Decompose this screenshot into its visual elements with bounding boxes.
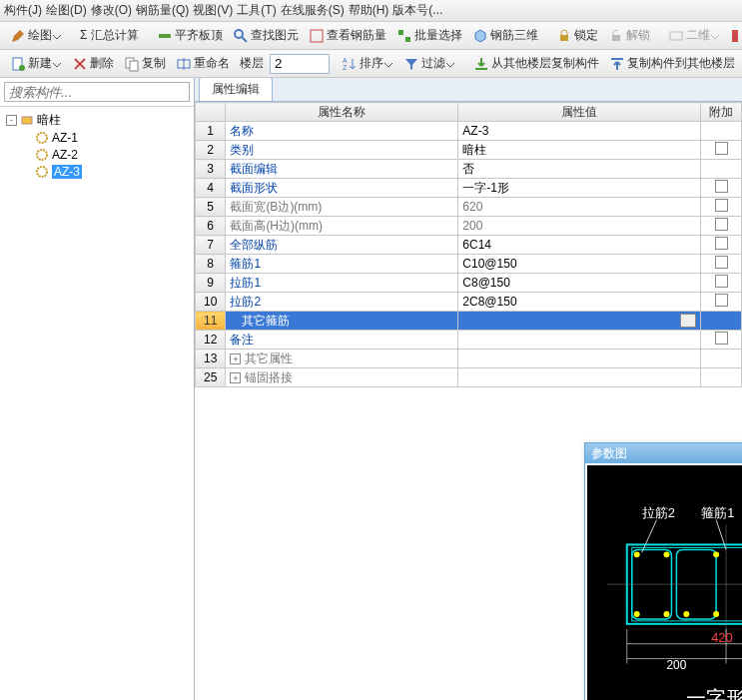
- table-row[interactable]: 11其它箍筋⋯: [196, 312, 742, 331]
- tree-item[interactable]: AZ-2: [6, 146, 188, 163]
- table-row[interactable]: 3截面编辑否: [196, 160, 742, 179]
- prop-value-cell[interactable]: [458, 350, 701, 368]
- lock-button[interactable]: 锁定: [552, 25, 602, 46]
- unlock-icon: [608, 28, 624, 44]
- table-row[interactable]: 25+锚固搭接: [196, 368, 742, 387]
- checkbox[interactable]: [715, 142, 728, 155]
- checkbox[interactable]: [715, 275, 728, 288]
- menu-item[interactable]: 构件(J): [4, 2, 42, 19]
- menu-item[interactable]: 版本号(...: [392, 2, 442, 19]
- collapse-icon[interactable]: -: [6, 115, 17, 126]
- menu-item[interactable]: 视图(V): [193, 2, 233, 19]
- view-rebar-button[interactable]: 查看钢筋量: [305, 25, 390, 46]
- prop-value-cell[interactable]: 暗柱: [458, 141, 701, 160]
- prop-value-cell[interactable]: C8@150: [458, 274, 701, 293]
- table-row[interactable]: 1名称AZ-3: [196, 122, 742, 141]
- copy-button[interactable]: 复制: [120, 53, 170, 74]
- view-2d-button[interactable]: 二维: [664, 25, 724, 46]
- table-row[interactable]: 4截面形状一字-1形: [196, 179, 742, 198]
- prop-value-cell[interactable]: 620: [458, 198, 701, 217]
- checkbox[interactable]: [715, 218, 728, 231]
- search-bar: [0, 78, 194, 107]
- floor-input[interactable]: [270, 54, 330, 74]
- prop-value-cell[interactable]: 2C8@150: [458, 293, 701, 312]
- tree-item-selected[interactable]: AZ-3: [6, 163, 188, 180]
- prop-name: 全部纵筋: [230, 238, 278, 252]
- extra-cell[interactable]: [701, 350, 742, 368]
- expand-icon[interactable]: +: [230, 353, 241, 364]
- tree-root[interactable]: - 暗柱: [6, 111, 188, 129]
- extra-cell[interactable]: [701, 274, 742, 293]
- copy-to-floor-button[interactable]: 复制构件到其他楼层: [605, 53, 739, 74]
- extra-cell[interactable]: [701, 255, 742, 274]
- extra-cell[interactable]: [701, 217, 742, 236]
- diagram-window[interactable]: 参数图: [584, 442, 742, 700]
- sort-button[interactable]: AZ 排序: [338, 53, 397, 74]
- diagram-title[interactable]: 参数图: [585, 443, 742, 463]
- checkbox[interactable]: [715, 237, 728, 250]
- extra-cell[interactable]: [701, 179, 742, 198]
- prop-value-cell[interactable]: 否: [458, 160, 701, 179]
- find-elem-button[interactable]: 查找图元: [229, 25, 303, 46]
- extra-cell[interactable]: [701, 293, 742, 312]
- extra-cell[interactable]: [701, 198, 742, 217]
- table-row[interactable]: 2类别暗柱: [196, 141, 742, 160]
- extra-cell[interactable]: [701, 160, 742, 179]
- batch-select-button[interactable]: 批量选择: [392, 25, 466, 46]
- checkbox[interactable]: [715, 294, 728, 307]
- new-button[interactable]: 新建: [6, 53, 66, 74]
- more-button[interactable]: ⋯: [680, 314, 696, 328]
- extra-cell[interactable]: [701, 312, 742, 331]
- rebar-3d-button[interactable]: 钢筋三维: [468, 25, 542, 46]
- prop-value-cell[interactable]: ⋯: [458, 312, 701, 331]
- draw-button[interactable]: 绘图: [6, 25, 66, 46]
- prop-value-cell[interactable]: AZ-3: [458, 122, 701, 141]
- table-row[interactable]: 5截面宽(B边)(mm)620: [196, 198, 742, 217]
- chevron-down-icon: [52, 31, 62, 41]
- menu-item[interactable]: 钢筋量(Q): [136, 2, 189, 19]
- unlock-button[interactable]: 解锁: [604, 25, 654, 46]
- table-row[interactable]: 9拉筋1C8@150: [196, 274, 742, 293]
- checkbox[interactable]: [715, 256, 728, 269]
- table-row[interactable]: 12备注: [196, 331, 742, 350]
- rename-button[interactable]: 重命名: [172, 53, 234, 74]
- prop-value-cell[interactable]: [458, 331, 701, 350]
- checkbox[interactable]: [715, 199, 728, 212]
- prop-value-cell[interactable]: 6C14: [458, 236, 701, 255]
- checkbox[interactable]: [715, 180, 728, 193]
- table-row[interactable]: 7全部纵筋6C14: [196, 236, 742, 255]
- table-row[interactable]: 6截面高(H边)(mm)200: [196, 217, 742, 236]
- extra-cell[interactable]: [701, 122, 742, 141]
- menu-item[interactable]: 修改(O): [91, 2, 132, 19]
- sum-button[interactable]: Σ 汇总计算: [76, 25, 143, 46]
- menu-item[interactable]: 帮助(H): [349, 2, 389, 19]
- flat-button[interactable]: 平齐板顶: [153, 25, 227, 46]
- extra-cell[interactable]: [701, 236, 742, 255]
- menu-item[interactable]: 绘图(D): [46, 2, 87, 19]
- prop-name: 拉筋1: [230, 276, 261, 290]
- extra-cell[interactable]: [701, 331, 742, 350]
- prop-value: 620: [462, 200, 482, 214]
- tree-item[interactable]: AZ-1: [6, 129, 188, 146]
- diagram-label-lj2: 拉筋2: [642, 505, 675, 520]
- expand-icon[interactable]: +: [230, 372, 241, 383]
- extra-cell[interactable]: [701, 141, 742, 160]
- prop-value-cell[interactable]: 200: [458, 217, 701, 236]
- table-row[interactable]: 8箍筋1C10@150: [196, 255, 742, 274]
- side-view-button[interactable]: 侧视: [726, 25, 742, 46]
- copy-from-floor-button[interactable]: 从其他楼层复制构件: [469, 53, 603, 74]
- delete-button[interactable]: 删除: [68, 53, 118, 74]
- prop-value-cell[interactable]: C10@150: [458, 255, 701, 274]
- prop-value-cell[interactable]: 一字-1形: [458, 179, 701, 198]
- tab-property-edit[interactable]: 属性编辑: [199, 78, 273, 101]
- grid-corner: [196, 103, 226, 122]
- table-row[interactable]: 13+其它属性: [196, 350, 742, 368]
- filter-button[interactable]: 过滤: [399, 53, 459, 74]
- prop-value-cell[interactable]: [458, 368, 701, 387]
- checkbox[interactable]: [715, 332, 728, 345]
- menu-item[interactable]: 在线服务(S): [281, 2, 345, 19]
- menu-item[interactable]: 工具(T): [237, 2, 276, 19]
- table-row[interactable]: 10拉筋22C8@150: [196, 293, 742, 312]
- extra-cell[interactable]: [701, 368, 742, 387]
- search-input[interactable]: [4, 82, 190, 102]
